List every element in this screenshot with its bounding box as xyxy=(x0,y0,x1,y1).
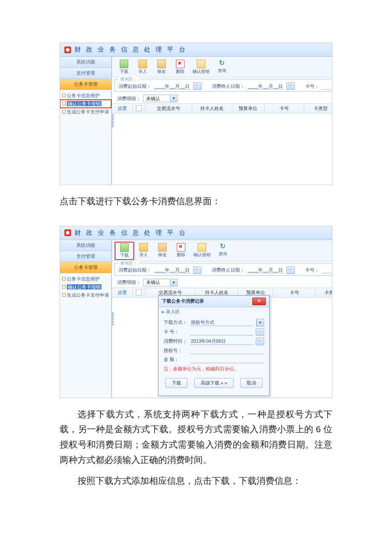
toolbar: 下载 录入 修改 删除 确认报销 查询 xyxy=(112,240,332,261)
start-date-label: 消费起始日期： xyxy=(118,83,151,90)
detail-combo[interactable]: 未确认 ▾ xyxy=(143,95,178,102)
edit-button[interactable]: 修改 xyxy=(152,58,171,76)
splitter[interactable] xyxy=(112,57,112,185)
app-title: 财 政 业 务 信 息 处 理 平 台 xyxy=(75,229,187,237)
dialog-cancel-button[interactable]: 取消 xyxy=(240,378,262,388)
sidebar: 系统功能 支付管理 公务卡管理 公务卡信息维护 确认公务卡报销 生成公务卡支付申… xyxy=(60,240,112,398)
query-button[interactable]: 查询 xyxy=(213,242,232,260)
delete-button[interactable]: 删除 xyxy=(172,242,190,260)
start-date-input[interactable]: ____年__月__日 xyxy=(154,83,190,90)
dialog-subtitle: ▸ 录入区 xyxy=(159,307,269,316)
import-button[interactable]: 录入 xyxy=(133,58,152,76)
toolbar: 下载 录入 修改 删除 确认报销 查询 xyxy=(112,57,332,77)
card-picker-icon[interactable] xyxy=(256,328,264,336)
card-input[interactable] xyxy=(190,328,253,335)
main-panel: 下载 录入 修改 删除 确认报销 查询 查询区： 消费起始日期： ____年__… xyxy=(112,57,332,185)
import-button[interactable]: 录入 xyxy=(134,242,153,260)
start-date-label: 消费起始日期： xyxy=(118,267,151,273)
sidebar-item-confirm-reimburse[interactable]: 确认公务卡报销 xyxy=(60,100,111,108)
auth-input[interactable] xyxy=(190,347,264,354)
checkbox-icon xyxy=(136,289,142,295)
import-icon xyxy=(138,60,147,68)
end-date-input[interactable]: ____年__月__日 xyxy=(247,267,284,273)
grid-col-type: 卡类型 xyxy=(304,104,332,113)
download-button[interactable]: 下载 xyxy=(115,58,133,76)
edit-icon xyxy=(157,60,166,68)
query-area: 查询区： 消费起始日期： ____年__月__日 消费终止日期： ____年__… xyxy=(115,79,332,92)
mode-label: 下载方式： xyxy=(164,319,187,326)
confirm-icon xyxy=(197,60,205,68)
end-date-input[interactable]: ____年__月__日 xyxy=(247,83,284,90)
grid-col-type2: 卡类别 xyxy=(316,288,332,297)
import-icon xyxy=(139,243,148,251)
grid-checkbox-col[interactable] xyxy=(133,288,145,297)
detail-combo[interactable]: 未确认 ▾ xyxy=(143,279,178,286)
grid-setting-link[interactable]: 设置 xyxy=(112,288,133,297)
app-logo-icon xyxy=(64,46,71,53)
paragraph-1: 点击下载进行下载公务卡消费信息界面： xyxy=(60,194,332,209)
delete-icon xyxy=(177,243,185,251)
time-picker-icon[interactable] xyxy=(256,338,264,345)
sidebar-item-generate-apply[interactable]: 生成公务卡支付申请 xyxy=(60,108,111,116)
grid-col-unit: 预算单位 xyxy=(232,104,265,113)
grid-col-holder: 持卡人姓名 xyxy=(192,104,232,113)
query-button[interactable]: 查询 xyxy=(213,58,231,76)
time-label: 消费时间： xyxy=(164,338,187,344)
refresh-icon xyxy=(218,60,226,67)
nav-section-payment[interactable]: 支付管理 xyxy=(60,68,111,79)
end-date-picker-icon[interactable] xyxy=(286,82,295,90)
sidebar-item-confirm-reimburse[interactable]: 确认公务卡报销 xyxy=(60,283,111,291)
grid-header: 设置 交易流水号 持卡人姓名 预算单位 卡号 卡类型 xyxy=(112,104,332,113)
amount-input[interactable] xyxy=(190,356,264,363)
sidebar-item-card-info[interactable]: 公务卡信息维护 xyxy=(60,92,111,100)
detail-label: 消费明细： xyxy=(117,95,141,102)
window-titlebar: 财 政 业 务 信 息 处 理 平 台 xyxy=(60,226,332,240)
nav-section-card[interactable]: 公务卡管理 xyxy=(60,79,111,90)
sidebar-item-card-info[interactable]: 公务卡信息维护 xyxy=(60,275,111,283)
nav-section-card[interactable]: 公务卡管理 xyxy=(60,262,111,273)
confirm-button[interactable]: 确认报销 xyxy=(190,242,213,260)
query-area: 查询区： 消费起始日期： ____年__月__日 消费终止日期： ____年__… xyxy=(115,263,332,276)
download-button[interactable]: 下载 xyxy=(115,242,134,260)
start-date-picker-icon[interactable] xyxy=(193,82,202,90)
nav-section-payment[interactable]: 支付管理 xyxy=(60,251,111,262)
chevron-down-icon: ▾ xyxy=(170,279,177,286)
auth-label: 授权号： xyxy=(164,347,187,354)
cardno-input[interactable] xyxy=(322,83,332,90)
card-label: 卡 号： xyxy=(164,329,187,335)
refresh-icon xyxy=(219,243,227,251)
dialog-title-text: 下载公务卡消费记录 xyxy=(162,298,204,304)
mode-combo[interactable]: ▾ xyxy=(256,319,264,327)
grid-checkbox-col[interactable] xyxy=(133,104,145,113)
cardno-input[interactable] xyxy=(322,267,332,273)
start-date-input[interactable]: ____年__月__日 xyxy=(154,267,190,273)
app-logo-icon xyxy=(64,229,71,236)
start-date-picker-icon[interactable] xyxy=(193,266,202,274)
close-button[interactable]: ✕ xyxy=(252,298,266,305)
nav-section-system[interactable]: 系统功能 xyxy=(60,57,111,68)
end-date-picker-icon[interactable] xyxy=(286,266,295,274)
download-icon xyxy=(120,243,129,252)
screenshot-2: 财 政 业 务 信 息 处 理 平 台 系统功能 支付管理 公务卡管理 公务卡信… xyxy=(60,226,332,398)
splitter[interactable] xyxy=(112,240,112,398)
dialog-advanced-button[interactable]: 高级下载 » » xyxy=(194,378,233,388)
window-titlebar: 财 政 业 务 信 息 处 理 平 台 xyxy=(60,43,332,57)
dialog-download-button[interactable]: 下载 xyxy=(165,378,187,388)
sidebar-item-generate-apply[interactable]: 生成公务卡支付申请 xyxy=(60,291,111,299)
time-input[interactable]: 2013年04月08日 xyxy=(190,338,253,345)
query-legend: 查询区： xyxy=(118,260,139,266)
grid-setting-link[interactable]: 设置 xyxy=(112,104,133,113)
end-date-label: 消费终止日期： xyxy=(212,83,245,90)
edit-button[interactable]: 修改 xyxy=(153,242,172,260)
confirm-icon xyxy=(198,243,206,251)
confirm-button[interactable]: 确认报销 xyxy=(190,58,213,76)
dialog-note: 注：金额单位为元，精确到百分位。 xyxy=(164,364,264,376)
nav-section-system[interactable]: 系统功能 xyxy=(60,240,111,251)
download-dialog: 下载公务卡消费记录 ✕ ▸ 录入区 下载方式： 授权号方式 ▾ xyxy=(158,295,270,396)
app-title: 财 政 业 务 信 息 处 理 平 台 xyxy=(75,46,187,54)
mode-input[interactable]: 授权号方式 xyxy=(190,319,254,326)
query-legend: 查询区： xyxy=(118,76,139,82)
dialog-titlebar[interactable]: 下载公务卡消费记录 ✕ xyxy=(159,296,269,307)
delete-button[interactable]: 删除 xyxy=(171,58,190,76)
cardno-label: 卡号： xyxy=(305,83,319,90)
